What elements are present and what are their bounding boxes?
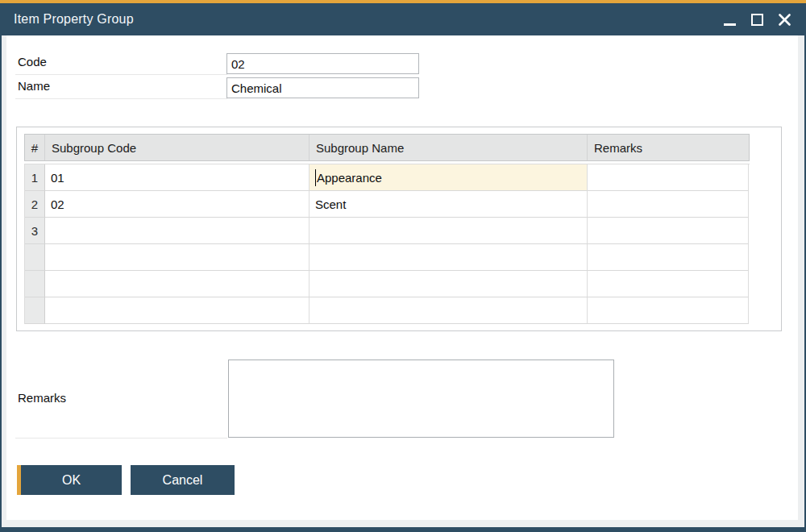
cell-subgroup-name-text: Scent	[315, 197, 346, 211]
table-row: 101Appearance	[25, 164, 750, 191]
subgroup-table-container: # Subgroup Code Subgroup Name Remarks 10…	[16, 127, 782, 331]
cell-subgroup-name[interactable]	[310, 297, 588, 324]
row-number-cell[interactable]	[25, 297, 45, 324]
column-header-subgroup-code: Subgroup Code	[45, 135, 310, 160]
window-title: Item Property Group	[14, 12, 134, 27]
cell-subgroup-code-text: 01	[51, 171, 64, 185]
cell-subgroup-code[interactable]: 01	[45, 164, 310, 191]
row-number-cell-text: 1	[31, 171, 38, 185]
subgroup-table-body: 101Appearance202Scent3	[24, 164, 750, 324]
maximize-icon	[751, 14, 763, 26]
text-cursor	[315, 169, 316, 186]
cell-remarks[interactable]	[588, 218, 749, 244]
subgroup-table-header: # Subgroup Code Subgroup Name Remarks	[24, 134, 750, 161]
close-icon	[779, 14, 791, 26]
column-header-subgroup-name: Subgroup Name	[310, 135, 588, 160]
cell-remarks[interactable]	[588, 297, 749, 324]
cell-subgroup-name[interactable]: Appearance	[310, 164, 588, 191]
cell-subgroup-code[interactable]	[45, 218, 310, 244]
row-number-cell[interactable]	[25, 244, 45, 271]
code-input[interactable]	[226, 53, 419, 74]
minimize-icon	[724, 23, 736, 26]
name-input[interactable]	[226, 77, 419, 98]
code-underline	[15, 74, 227, 75]
row-number-cell-text: 3	[31, 224, 38, 238]
cell-subgroup-name[interactable]	[310, 271, 588, 297]
maximize-button[interactable]	[747, 8, 767, 31]
window-controls	[720, 3, 795, 35]
row-number-cell[interactable]: 2	[25, 191, 45, 218]
name-underline	[15, 98, 227, 99]
table-row	[25, 271, 750, 297]
cell-subgroup-code-text: 02	[51, 197, 64, 211]
column-header-remarks: Remarks	[588, 135, 749, 160]
titlebar: Item Property Group	[0, 3, 806, 35]
column-header-row-number: #	[25, 135, 45, 160]
subgroup-table: # Subgroup Code Subgroup Name Remarks 10…	[24, 134, 750, 324]
cell-remarks[interactable]	[588, 164, 749, 191]
cell-subgroup-code[interactable]	[45, 244, 310, 271]
table-row	[25, 297, 750, 324]
cell-subgroup-name[interactable]	[310, 244, 588, 271]
cell-subgroup-name[interactable]: Scent	[310, 191, 588, 218]
cell-remarks[interactable]	[588, 271, 749, 297]
cancel-button[interactable]: Cancel	[131, 465, 235, 495]
code-label: Code	[18, 55, 47, 69]
cell-remarks[interactable]	[588, 191, 749, 218]
cell-subgroup-name[interactable]	[310, 218, 588, 244]
cell-subgroup-code[interactable]	[45, 271, 310, 297]
close-button[interactable]	[775, 8, 795, 31]
row-number-cell[interactable]: 3	[25, 218, 45, 244]
item-property-group-window: Item Property Group Code Name	[0, 0, 806, 532]
remarks-underline	[15, 438, 227, 438]
cell-subgroup-name-text: Appearance	[317, 171, 382, 185]
minimize-button[interactable]	[720, 8, 740, 31]
name-label: Name	[18, 79, 50, 93]
table-row: 202Scent	[25, 191, 750, 218]
row-number-cell-text: 2	[31, 197, 38, 211]
table-row: 3	[25, 218, 750, 244]
dialog-content: Code Name # Subgroup Code Subgroup Name …	[6, 35, 798, 520]
row-number-cell[interactable]: 1	[25, 164, 45, 191]
cell-subgroup-code[interactable]	[45, 297, 310, 324]
table-row	[25, 244, 750, 271]
remarks-textarea[interactable]	[228, 360, 614, 438]
row-number-cell[interactable]	[25, 271, 45, 297]
remarks-label: Remarks	[18, 391, 66, 405]
cell-subgroup-code[interactable]: 02	[45, 191, 310, 218]
ok-button[interactable]: OK	[17, 465, 122, 495]
cell-remarks[interactable]	[588, 244, 749, 271]
